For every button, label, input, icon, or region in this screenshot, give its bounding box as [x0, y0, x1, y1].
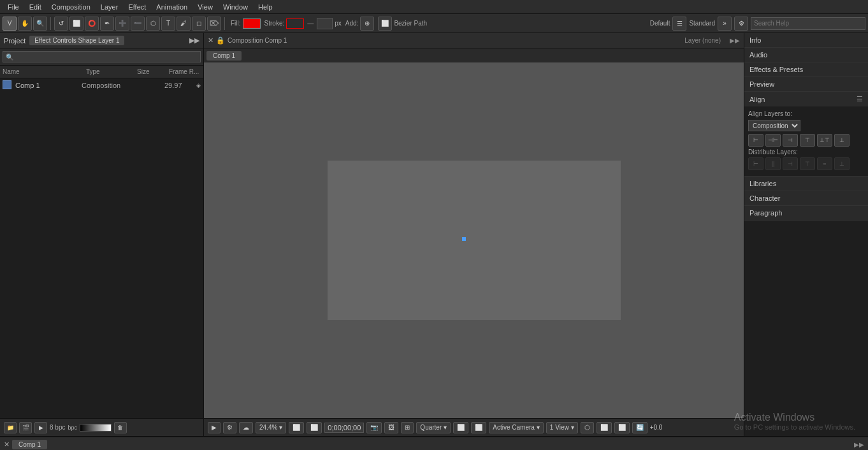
view-count-dropdown[interactable]: 1 View ▾: [546, 422, 578, 433]
menu-window[interactable]: Window: [218, 2, 253, 12]
dist-top-btn[interactable]: ⊤: [800, 157, 815, 170]
tool-rect[interactable]: ⬜: [69, 17, 83, 31]
help-search-input[interactable]: [751, 17, 865, 30]
align-center-v-btn[interactable]: ⊥⊤: [817, 134, 832, 147]
tool-shape[interactable]: ⭕: [85, 17, 99, 31]
tool-eraser[interactable]: ⌦: [207, 17, 221, 31]
info-section-title[interactable]: Info: [744, 33, 868, 47]
dist-left-btn[interactable]: ⊢: [748, 157, 763, 170]
dist-right-btn[interactable]: ⊣: [783, 157, 798, 170]
audio-section-title[interactable]: Audio: [744, 48, 868, 62]
align-left-btn[interactable]: ⊢: [748, 134, 763, 147]
project-panel-menu[interactable]: ▶▶: [189, 36, 199, 45]
project-item-comp1[interactable]: Comp 1 Composition 29.97 ◈: [0, 78, 203, 92]
effects-presets-title[interactable]: Effects & Presets: [744, 62, 868, 76]
dist-center-h-btn[interactable]: ||: [765, 157, 781, 170]
comp-icon: [3, 80, 13, 91]
tl-close-btn[interactable]: ✕: [4, 440, 10, 449]
motion-blur-btn[interactable]: ☁: [239, 422, 253, 433]
align-top-btn[interactable]: ⊤: [800, 134, 815, 147]
full-res-btn[interactable]: ⬜: [453, 422, 468, 433]
viewer-area[interactable]: [204, 62, 744, 418]
panel-expand-btn[interactable]: ▶▶: [730, 37, 740, 44]
menu-view[interactable]: View: [192, 2, 218, 12]
more-tools-btn[interactable]: »: [718, 17, 732, 31]
add-dropdown-btn[interactable]: ⊕: [360, 17, 374, 31]
dist-bottom-btn[interactable]: ⊥: [834, 157, 850, 170]
tl-comp1-tab[interactable]: Comp 1: [12, 440, 47, 449]
resolution-btn[interactable]: ⬜: [289, 422, 304, 433]
toolbar: V ✋ 🔍 ↺ ⬜ ⭕ ✒ ➕ ➖ ⬡ T 🖌 ◻ ⌦ Fill: Stroke…: [0, 14, 868, 33]
new-item-btn[interactable]: ▶: [34, 422, 47, 433]
tool-brush[interactable]: 🖌: [177, 17, 191, 31]
3d-btn[interactable]: ⬜: [614, 422, 630, 433]
zoom-dropdown[interactable]: 24.4% ▾: [256, 422, 286, 433]
tool-remove-point[interactable]: ➖: [131, 17, 145, 31]
tool-hand[interactable]: ✋: [18, 17, 32, 31]
transparency-btn[interactable]: ⬜: [597, 422, 612, 433]
tool-zoom[interactable]: 🔍: [33, 17, 47, 31]
region-btn[interactable]: ⬡: [581, 422, 594, 433]
view-count-value: 1 View: [550, 424, 569, 431]
bezier-label: Bezier Path: [394, 20, 427, 27]
bezier-toggle[interactable]: ⬜: [378, 17, 392, 31]
close-btn[interactable]: ✕: [208, 36, 213, 45]
timecode-display[interactable]: 0;00;00;00: [324, 423, 364, 433]
stroke-width-input[interactable]: [317, 18, 333, 29]
viewer-toggle-btn[interactable]: ⬜: [307, 422, 322, 433]
shape-layer-indicator: [462, 237, 466, 241]
tool-rotate[interactable]: ↺: [54, 17, 68, 31]
menu-layer[interactable]: Layer: [96, 2, 124, 12]
menu-edit[interactable]: Edit: [24, 2, 47, 12]
tool-stamp[interactable]: ◻: [192, 17, 206, 31]
menu-file[interactable]: File: [3, 2, 24, 12]
align-menu-icon[interactable]: ☰: [857, 95, 863, 103]
new-comp-btn[interactable]: 🎬: [19, 422, 32, 433]
fill-color-box[interactable]: [243, 18, 261, 29]
toggle-play-btn[interactable]: ▶: [208, 422, 221, 433]
align-right-btn[interactable]: ⊣: [783, 134, 798, 147]
distribute-label: Distribute Layers:: [748, 149, 864, 156]
toolbar-sep-1: [50, 17, 51, 30]
paragraph-section-title[interactable]: Paragraph: [744, 206, 868, 220]
project-search-input[interactable]: [3, 51, 201, 62]
stroke-color-box[interactable]: [286, 18, 304, 29]
preview-section-title[interactable]: Preview: [744, 77, 868, 91]
delete-btn[interactable]: 🗑: [114, 422, 127, 433]
quality-dropdown[interactable]: Quarter ▾: [416, 422, 451, 433]
camera-dropdown[interactable]: Active Camera ▾: [489, 422, 544, 433]
effect-controls-tab[interactable]: Effect Controls Shape Layer 1: [29, 36, 124, 45]
fast-preview-btn[interactable]: ⬜: [471, 422, 486, 433]
menu-composition[interactable]: Composition: [47, 2, 96, 12]
tool-convert[interactable]: ⬡: [146, 17, 160, 31]
menu-animation[interactable]: Animation: [151, 2, 192, 12]
viewer-settings-btn[interactable]: ⚙: [223, 422, 236, 433]
tool-pen[interactable]: ✒: [100, 17, 114, 31]
align-section-title[interactable]: Align ☰: [744, 92, 868, 106]
menu-effect[interactable]: Effect: [123, 2, 151, 12]
grid-btn[interactable]: ⊞: [401, 422, 414, 433]
stroke-unit: px: [335, 20, 342, 27]
menu-help[interactable]: Help: [253, 2, 278, 12]
settings-btn[interactable]: ⚙: [734, 17, 748, 31]
tl-expand-btn[interactable]: ▶▶: [854, 441, 864, 448]
comp1-tab[interactable]: Comp 1: [206, 51, 242, 61]
tool-select[interactable]: V: [3, 17, 17, 31]
libraries-section-title[interactable]: Libraries: [744, 177, 868, 191]
workspace-menu-btn[interactable]: ☰: [672, 17, 686, 31]
layer-panel-label: Layer (none): [684, 37, 721, 44]
align-center-h-btn[interactable]: ⊣⊢: [765, 134, 781, 147]
align-bottom-btn[interactable]: ⊥: [834, 134, 850, 147]
tool-add-point[interactable]: ➕: [115, 17, 129, 31]
dist-center-v-btn[interactable]: =: [817, 157, 832, 170]
tool-text[interactable]: T: [161, 17, 175, 31]
snapshot-btn[interactable]: 📷: [366, 422, 382, 433]
camera-arrow: ▾: [537, 424, 540, 431]
show-snapshot-btn[interactable]: 🖼: [384, 422, 398, 433]
bpc-label: 8 bpc: [50, 424, 65, 431]
new-folder-btn[interactable]: 📁: [4, 422, 17, 433]
character-section-title[interactable]: Character: [744, 191, 868, 205]
align-to-select[interactable]: Composition: [748, 120, 800, 131]
paragraph-section: Paragraph: [744, 206, 868, 221]
render-btn[interactable]: 🔄: [632, 422, 647, 433]
